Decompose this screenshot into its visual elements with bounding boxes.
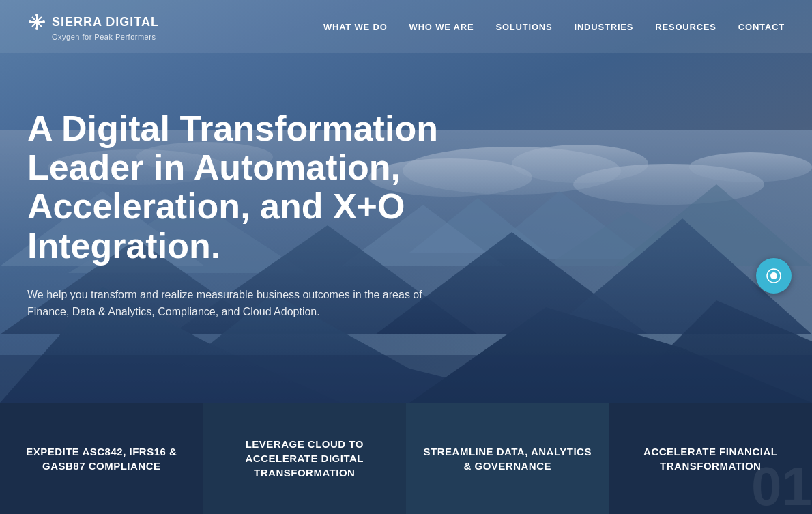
- svg-point-33: [42, 20, 45, 23]
- logo-icon: [27, 12, 46, 31]
- svg-point-32: [29, 20, 31, 23]
- card-cloud[interactable]: LEVERAGE CLOUD TO ACCELERATE DIGITAL TRA…: [203, 403, 407, 514]
- hero-content: A Digital Transformation Leader in Autom…: [0, 0, 491, 403]
- hero-subtitle: We help you transform and realize measur…: [27, 286, 444, 321]
- svg-point-31: [35, 27, 38, 30]
- card-asc842-text: EXPEDITE ASC842, IFRS16 & GASB87 COMPLIA…: [14, 444, 190, 473]
- logo-row: SIERRA DIGITAL: [27, 12, 159, 31]
- card-financial[interactable]: ACCELERATE FINANCIAL TRANSFORMATION 01: [609, 403, 813, 514]
- bottom-cards: EXPEDITE ASC842, IFRS16 & GASB87 COMPLIA…: [0, 403, 812, 514]
- nav-solutions[interactable]: SOLUTIONS: [495, 22, 552, 32]
- svg-point-30: [35, 14, 38, 16]
- nav-contact[interactable]: CONTACT: [738, 22, 785, 32]
- hero-title: A Digital Transformation Leader in Autom…: [27, 109, 464, 266]
- logo-name: SIERRA DIGITAL: [52, 15, 159, 29]
- nav-what-we-do[interactable]: WHAT WE DO: [323, 22, 388, 32]
- logo-tagline: Oxygen for Peak Performers: [52, 33, 159, 41]
- nav-industries[interactable]: INDUSTRIES: [575, 22, 634, 32]
- card-financial-text: ACCELERATE FINANCIAL TRANSFORMATION: [623, 444, 799, 473]
- card-data[interactable]: STREAMLINE DATA, ANALYTICS & GOVERNANCE: [406, 403, 609, 514]
- main-nav: WHAT WE DO WHO WE ARE SOLUTIONS INDUSTRI…: [323, 22, 785, 32]
- logo-area: SIERRA DIGITAL Oxygen for Peak Performer…: [27, 12, 159, 41]
- hero-section: SIERRA DIGITAL Oxygen for Peak Performer…: [0, 0, 812, 403]
- card-data-text: STREAMLINE DATA, ANALYTICS & GOVERNANCE: [420, 444, 596, 473]
- chat-icon: [766, 268, 782, 284]
- chat-button[interactable]: [756, 258, 792, 294]
- card-asc842[interactable]: EXPEDITE ASC842, IFRS16 & GASB87 COMPLIA…: [0, 403, 203, 514]
- nav-who-we-are[interactable]: WHO WE ARE: [409, 22, 474, 32]
- site-header: SIERRA DIGITAL Oxygen for Peak Performer…: [0, 0, 812, 53]
- svg-point-35: [770, 272, 777, 279]
- nav-resources[interactable]: RESOURCES: [655, 22, 716, 32]
- card-cloud-text: LEVERAGE CLOUD TO ACCELERATE DIGITAL TRA…: [217, 437, 393, 480]
